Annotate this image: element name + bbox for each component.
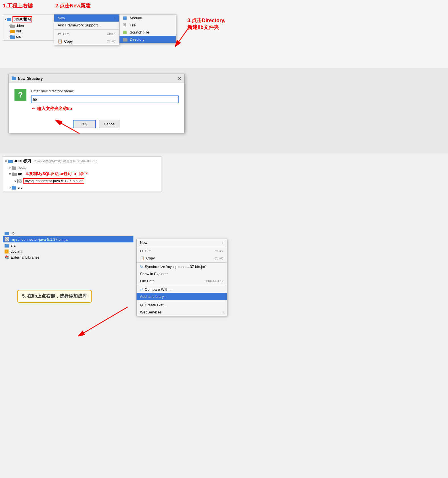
svg-rect-3 xyxy=(10,24,12,25)
file-src-label: src xyxy=(11,243,16,248)
module-icon xyxy=(123,16,128,20)
menu-cut[interactable]: ✂ Cut Ctrl+X xyxy=(54,30,119,38)
submenu-module-label: Module xyxy=(130,16,142,20)
svg-rect-1 xyxy=(7,18,9,19)
ctx-compare[interactable]: ⇄ Compare With... xyxy=(137,286,227,293)
dialog-question-icon: ? xyxy=(14,89,26,101)
file-ext-libs[interactable]: 📚 External Libraries xyxy=(3,254,133,260)
src-expand-icon2: > xyxy=(9,186,11,189)
file-src[interactable]: src xyxy=(3,242,133,248)
idea-label: .idea xyxy=(16,24,24,28)
ctx-show-explorer[interactable]: Show in Explorer xyxy=(137,270,227,277)
dialog-annotation: ← 输入文件夹名称lib xyxy=(31,105,179,111)
file-lib[interactable]: lib xyxy=(3,230,133,236)
jar-file-label: mysql-connector-java-5.1.37-bin.jar xyxy=(23,178,84,184)
dialog-close-button[interactable]: ✕ xyxy=(178,76,181,81)
svg-rect-18 xyxy=(8,160,10,161)
submenu-file[interactable]: File xyxy=(120,22,176,29)
file-panel: lib mysql-connector-java-5.1.37-bin.jar … xyxy=(0,227,136,313)
lib-folder-icon2 xyxy=(5,231,9,235)
ctx-copy[interactable]: 📋 Copy Ctrl+C xyxy=(137,255,227,262)
scissors-icon: ✂ xyxy=(58,32,61,36)
svg-rect-7 xyxy=(10,35,12,36)
annotation-step3-container: 3.点击Directory,新建lib文件夹 xyxy=(187,17,225,31)
menu-new[interactable]: New › xyxy=(54,14,119,22)
ctx-webservices-label: WebServices xyxy=(140,310,162,314)
tree2-lib[interactable]: ∨ lib 4.复制MySQL驱动jar包到lib目录下 xyxy=(3,171,162,177)
menu-copy[interactable]: 📋 Copy Ctrl+C xyxy=(54,38,119,45)
idea-expand-icon2: > xyxy=(9,166,11,169)
project-name-label: JDBC预习 xyxy=(12,16,32,22)
tree2-src[interactable]: > src xyxy=(3,184,162,190)
tree2-root[interactable]: ∨ JDBC预习 C:\work\课改\MYSQL课资资料\Day04-JDBC… xyxy=(3,158,162,165)
section1-area: 1.工程上右键 2.点击New新建 ∨ JDBC预习 > .idea > out xyxy=(0,0,448,68)
annotation-step2: 2.点击New新建 xyxy=(55,2,91,9)
cut-shortcut: Ctrl+X xyxy=(107,32,116,36)
menu-add-framework-label: Add Framework Support... xyxy=(58,23,101,27)
ctx-new[interactable]: New › xyxy=(137,239,227,246)
ctx-file-path-label: File Path xyxy=(140,279,154,283)
menu-new-label: New xyxy=(58,16,65,20)
tree2-idea[interactable]: > .idea xyxy=(3,165,162,171)
dialog-title: New Directory xyxy=(12,76,43,81)
submenu-scratch[interactable]: Scratch File xyxy=(120,29,176,36)
ctx-add-library-label: Add as Library... xyxy=(140,294,167,299)
new-directory-dialog: New Directory ✕ ? Enter new directory na… xyxy=(9,74,185,133)
menu-copy-label: Copy xyxy=(64,39,73,43)
ctx-add-library[interactable]: Add as Library... xyxy=(137,293,227,300)
cancel-button[interactable]: Cancel xyxy=(99,120,120,128)
ctx-scissors-icon: ✂ xyxy=(140,249,143,253)
submenu-file-label: File xyxy=(130,23,136,27)
ctx-gist-icon: ⊙ xyxy=(140,303,143,307)
idea-folder-icon xyxy=(10,24,15,28)
dialog-title-text: New Directory xyxy=(18,76,43,81)
file-iml[interactable]: J jdbc.iml xyxy=(3,248,133,254)
file-lib-label: lib xyxy=(11,231,14,235)
ctx-file-path[interactable]: File Path Ctrl+Alt+F12 xyxy=(137,277,227,284)
ctx-cut-shortcut: Ctrl+X xyxy=(215,250,223,253)
ctx-cut-label: Cut xyxy=(145,249,150,253)
dialog-annotation-text: 输入文件夹名称lib xyxy=(37,106,72,111)
section4-area: lib mysql-connector-java-5.1.37-bin.jar … xyxy=(0,227,448,478)
ctx-file-path-shortcut: Ctrl+Alt+F12 xyxy=(206,279,223,283)
root-folder-icon2 xyxy=(8,159,13,163)
ok-button[interactable]: OK xyxy=(73,120,96,128)
ctx-divider-2 xyxy=(137,262,227,263)
svg-rect-22 xyxy=(12,173,14,173)
file-ext-libs-label: External Libraries xyxy=(11,255,39,259)
ctx-copy-shortcut: Ctrl+C xyxy=(215,257,223,260)
src-folder-icon xyxy=(10,35,15,39)
dialog-input-label: Enter new directory name: xyxy=(31,89,179,93)
tooltip-text: 5. 在lib上点右键，选择添加成库 xyxy=(22,294,87,298)
svg-rect-26 xyxy=(5,232,7,233)
out-folder-icon xyxy=(10,29,15,33)
dialog-content: Enter new directory name: ← 输入文件夹名称lib xyxy=(31,89,179,111)
ctx-sync[interactable]: ↻ Synchronize 'mysql-conn....37-bin.jar' xyxy=(137,263,227,270)
lib-expand-icon: ∨ xyxy=(9,172,11,176)
ctx-sync-label: Synchronize 'mysql-conn....37-bin.jar' xyxy=(145,265,206,269)
out-label: out xyxy=(16,29,21,33)
directory-name-input[interactable] xyxy=(31,95,179,103)
dialog-titlebar: New Directory ✕ xyxy=(9,74,184,83)
svg-rect-20 xyxy=(12,166,14,167)
svg-rect-28 xyxy=(5,244,7,245)
idea-folder-icon2 xyxy=(12,166,16,170)
ctx-compare-label: Compare With... xyxy=(145,287,171,292)
menu-add-framework[interactable]: Add Framework Support... xyxy=(54,22,119,29)
file-jar[interactable]: mysql-connector-java-5.1.37-bin.jar xyxy=(3,236,133,242)
iml-icon: J xyxy=(5,250,9,253)
ctx-new-arrow: › xyxy=(222,240,223,245)
context-menu-1: New › Add Framework Support... ✂ Cut Ctr… xyxy=(54,14,119,45)
tree2-jar[interactable]: > mysql-connector-java-5.1.37-bin.jar xyxy=(3,177,162,184)
submenu-module[interactable]: Module xyxy=(120,14,176,22)
submenu-directory[interactable]: Directory xyxy=(120,36,176,43)
ctx-cut[interactable]: ✂ Cut Ctrl+X xyxy=(137,248,227,255)
ctx-divider-3 xyxy=(137,285,227,285)
ctx-webservices[interactable]: WebServices › xyxy=(137,309,227,316)
jar-icon-2 xyxy=(5,237,9,242)
ctx-create-gist[interactable]: ⊙ Create Gist... xyxy=(137,302,227,309)
svg-rect-8 xyxy=(123,16,127,20)
annotation-step3: 3.点击Directory,新建lib文件夹 xyxy=(187,18,225,30)
directory-icon xyxy=(123,38,128,41)
ctx-webservices-arrow: › xyxy=(222,310,223,314)
